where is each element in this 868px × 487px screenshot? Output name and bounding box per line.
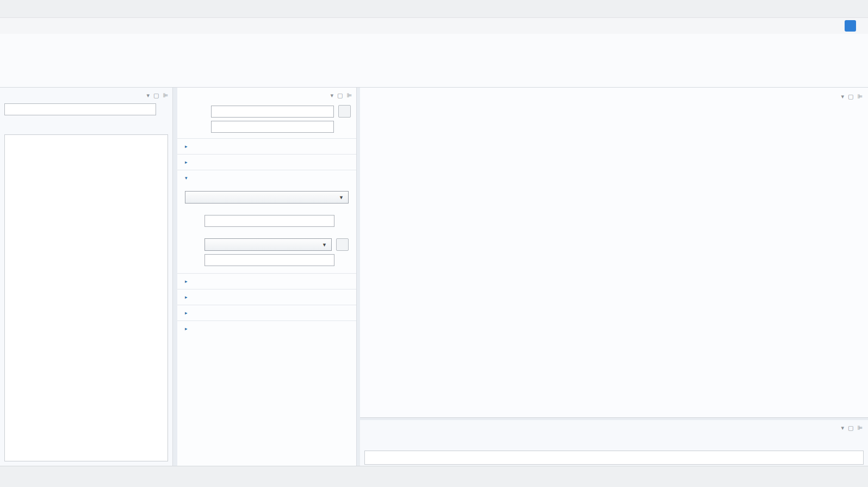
model-tree: [4, 134, 168, 461]
section-equation[interactable]: ▸: [177, 154, 356, 170]
temperature-link-button[interactable]: [336, 238, 349, 251]
section-dependent-variables[interactable]: ▸: [177, 320, 356, 336]
rename-button[interactable]: [338, 105, 351, 118]
panel-menu-icon[interactable]: ▾: [841, 93, 844, 100]
graphics-panel: ▾ ▢ ⊫: [360, 88, 868, 418]
settings-panel: ▾ ▢ ⊫ ▸ ▸ ▾: [177, 88, 357, 466]
compressibility-select[interactable]: ▼: [185, 191, 349, 204]
section-discretization[interactable]: ▸: [177, 305, 356, 320]
graphics-tabs: [360, 88, 868, 104]
panel-float-icon[interactable]: ▢: [848, 93, 853, 100]
tree-filter-input[interactable]: [4, 103, 156, 115]
messages-content: [364, 451, 864, 465]
chevron-down-icon: ▼: [322, 242, 327, 248]
panel-float-icon[interactable]: ▢: [153, 92, 159, 99]
close-button[interactable]: [843, 0, 868, 18]
comsol-window: ▾ ▢ ⊫ ▾ ▢ ⊫: [0, 0, 868, 487]
panel-controls: ▾ ▢ ⊫: [146, 92, 168, 99]
chevron-down-icon: ▼: [339, 195, 344, 200]
section-physical-model[interactable]: ▾ ▼: [177, 170, 356, 273]
temperature-input[interactable]: [204, 254, 334, 266]
panel-menu-icon[interactable]: ▾: [146, 92, 150, 99]
panel-controls: ▾ ▢ ⊫: [841, 93, 863, 100]
ref-temperature-caption: [185, 232, 349, 237]
label-input[interactable]: [211, 106, 334, 118]
section-advanced-settings[interactable]: ▸: [177, 289, 356, 305]
settings-subtitle: [177, 99, 356, 103]
ref-pressure-caption: [185, 206, 349, 213]
window-controls: [793, 0, 868, 18]
panel-pin-icon[interactable]: ⊫: [346, 92, 352, 99]
help-button[interactable]: [845, 20, 856, 32]
messages-panel: ▾ ▢ ⊫: [360, 420, 868, 466]
ribbon: [0, 34, 868, 88]
absolute-pressure-equation: [185, 229, 349, 232]
panel-pin-icon[interactable]: ⊫: [163, 92, 168, 99]
compressibility-caption: [185, 187, 349, 191]
section-domain-selection[interactable]: ▸: [177, 138, 356, 154]
messages-tabs: [360, 420, 868, 435]
graphics-column: ▾ ▢ ⊫ ▾ ▢ ⊫: [360, 88, 868, 466]
panel-menu-icon[interactable]: ▾: [330, 92, 333, 99]
title-bar: [0, 0, 868, 18]
menu-bar: [0, 18, 868, 34]
name-input[interactable]: [211, 121, 334, 133]
graphics-canvas[interactable]: [360, 121, 868, 418]
panel-pin-icon[interactable]: ⊫: [857, 93, 863, 100]
panel-float-icon[interactable]: ▢: [337, 92, 343, 99]
panel-pin-icon[interactable]: ⊫: [857, 424, 863, 431]
minimize-button[interactable]: [793, 0, 818, 18]
graphics-toolbar: [360, 104, 868, 120]
refresh-icon[interactable]: [159, 105, 168, 114]
messages-toolbar: [360, 435, 868, 439]
panel-menu-icon[interactable]: ▾: [841, 424, 844, 431]
status-bar: [0, 466, 868, 487]
panel-controls: ▾ ▢ ⊫: [330, 92, 352, 99]
model-builder-panel: ▾ ▢ ⊫: [0, 88, 173, 466]
ref-temperature-select[interactable]: ▼: [204, 238, 332, 251]
section-turbulence[interactable]: ▸: [177, 273, 356, 289]
main-area: ▾ ▢ ⊫ ▾ ▢ ⊫: [0, 88, 868, 466]
ref-pressure-input[interactable]: [204, 215, 334, 227]
maximize-button[interactable]: [818, 0, 843, 18]
panel-controls: ▾ ▢ ⊫: [841, 424, 863, 431]
panel-float-icon[interactable]: ▢: [848, 424, 853, 431]
